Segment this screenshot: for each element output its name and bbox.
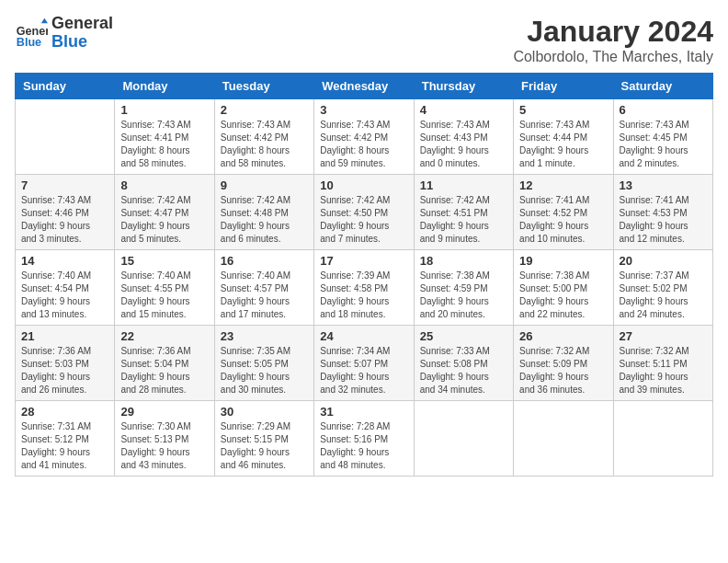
- day-info: Sunrise: 7:38 AM Sunset: 4:59 PM Dayligh…: [420, 270, 507, 321]
- day-info: Sunrise: 7:36 AM Sunset: 5:04 PM Dayligh…: [120, 345, 208, 396]
- col-header-wednesday: Wednesday: [314, 74, 414, 99]
- col-header-friday: Friday: [514, 74, 613, 99]
- col-header-thursday: Thursday: [414, 74, 513, 99]
- calendar-cell: 13Sunrise: 7:41 AM Sunset: 4:53 PM Dayli…: [613, 175, 712, 250]
- day-number: 24: [320, 329, 407, 343]
- day-number: 28: [21, 405, 108, 419]
- day-number: 29: [120, 405, 208, 419]
- svg-text:Blue: Blue: [17, 36, 41, 49]
- calendar-cell: [414, 401, 513, 477]
- calendar-cell: 22Sunrise: 7:36 AM Sunset: 5:04 PM Dayli…: [115, 326, 214, 401]
- day-info: Sunrise: 7:43 AM Sunset: 4:42 PM Dayligh…: [320, 119, 407, 170]
- month-title: January 2024: [513, 15, 713, 49]
- day-number: 18: [420, 254, 507, 268]
- day-number: 15: [120, 254, 208, 268]
- svg-marker-2: [41, 18, 48, 23]
- calendar-cell: [16, 99, 115, 175]
- day-info: Sunrise: 7:43 AM Sunset: 4:45 PM Dayligh…: [620, 119, 707, 170]
- day-number: 31: [320, 405, 407, 419]
- day-info: Sunrise: 7:39 AM Sunset: 4:58 PM Dayligh…: [320, 270, 407, 321]
- day-info: Sunrise: 7:42 AM Sunset: 4:48 PM Dayligh…: [221, 194, 308, 246]
- calendar-cell: 15Sunrise: 7:40 AM Sunset: 4:55 PM Dayli…: [115, 250, 214, 326]
- day-info: Sunrise: 7:28 AM Sunset: 5:16 PM Dayligh…: [320, 420, 407, 472]
- calendar-cell: 12Sunrise: 7:41 AM Sunset: 4:52 PM Dayli…: [514, 175, 613, 250]
- week-row-2: 7Sunrise: 7:43 AM Sunset: 4:46 PM Daylig…: [16, 175, 713, 250]
- logo: General Blue General Blue: [15, 15, 113, 52]
- location-title: Colbordolo, The Marches, Italy: [513, 49, 713, 65]
- calendar-cell: 28Sunrise: 7:31 AM Sunset: 5:12 PM Dayli…: [16, 401, 115, 477]
- col-header-tuesday: Tuesday: [214, 74, 313, 99]
- day-info: Sunrise: 7:42 AM Sunset: 4:47 PM Dayligh…: [120, 194, 208, 246]
- day-info: Sunrise: 7:43 AM Sunset: 4:41 PM Dayligh…: [120, 119, 208, 170]
- calendar-cell: 30Sunrise: 7:29 AM Sunset: 5:15 PM Dayli…: [214, 401, 313, 477]
- calendar-cell: 16Sunrise: 7:40 AM Sunset: 4:57 PM Dayli…: [214, 250, 313, 326]
- day-number: 22: [120, 329, 208, 343]
- calendar-cell: 19Sunrise: 7:38 AM Sunset: 5:00 PM Dayli…: [514, 250, 613, 326]
- calendar-cell: 18Sunrise: 7:38 AM Sunset: 4:59 PM Dayli…: [414, 250, 513, 326]
- day-number: 30: [221, 405, 308, 419]
- day-info: Sunrise: 7:43 AM Sunset: 4:42 PM Dayligh…: [221, 119, 308, 170]
- day-info: Sunrise: 7:40 AM Sunset: 4:57 PM Dayligh…: [221, 270, 308, 321]
- day-info: Sunrise: 7:29 AM Sunset: 5:15 PM Dayligh…: [221, 420, 308, 472]
- day-number: 6: [620, 103, 707, 117]
- day-info: Sunrise: 7:43 AM Sunset: 4:43 PM Dayligh…: [420, 119, 507, 170]
- calendar-cell: 1Sunrise: 7:43 AM Sunset: 4:41 PM Daylig…: [115, 99, 214, 175]
- day-info: Sunrise: 7:43 AM Sunset: 4:46 PM Dayligh…: [21, 194, 108, 246]
- day-number: 14: [21, 254, 108, 268]
- col-header-saturday: Saturday: [613, 74, 712, 99]
- day-number: 27: [620, 329, 707, 343]
- day-info: Sunrise: 7:32 AM Sunset: 5:11 PM Dayligh…: [620, 345, 707, 396]
- calendar-cell: 8Sunrise: 7:42 AM Sunset: 4:47 PM Daylig…: [115, 175, 214, 250]
- day-info: Sunrise: 7:37 AM Sunset: 5:02 PM Dayligh…: [620, 270, 707, 321]
- calendar-cell: 26Sunrise: 7:32 AM Sunset: 5:09 PM Dayli…: [514, 326, 613, 401]
- calendar-header-row: SundayMondayTuesdayWednesdayThursdayFrid…: [16, 74, 713, 99]
- calendar-cell: 21Sunrise: 7:36 AM Sunset: 5:03 PM Dayli…: [16, 326, 115, 401]
- week-row-3: 14Sunrise: 7:40 AM Sunset: 4:54 PM Dayli…: [16, 250, 713, 326]
- calendar-cell: 25Sunrise: 7:33 AM Sunset: 5:08 PM Dayli…: [414, 326, 513, 401]
- calendar-cell: 3Sunrise: 7:43 AM Sunset: 4:42 PM Daylig…: [314, 99, 414, 175]
- day-number: 25: [420, 329, 507, 343]
- day-number: 3: [320, 103, 407, 117]
- day-number: 17: [320, 254, 407, 268]
- title-block: January 2024 Colbordolo, The Marches, It…: [513, 15, 713, 65]
- col-header-sunday: Sunday: [16, 74, 115, 99]
- day-info: Sunrise: 7:41 AM Sunset: 4:53 PM Dayligh…: [620, 194, 707, 246]
- week-row-1: 1Sunrise: 7:43 AM Sunset: 4:41 PM Daylig…: [16, 99, 713, 175]
- logo-icon: General Blue: [15, 17, 48, 50]
- day-info: Sunrise: 7:38 AM Sunset: 5:00 PM Dayligh…: [519, 270, 607, 321]
- day-info: Sunrise: 7:34 AM Sunset: 5:07 PM Dayligh…: [320, 345, 407, 396]
- day-number: 12: [519, 178, 607, 192]
- calendar-cell: 31Sunrise: 7:28 AM Sunset: 5:16 PM Dayli…: [314, 401, 414, 477]
- calendar-cell: 2Sunrise: 7:43 AM Sunset: 4:42 PM Daylig…: [214, 99, 313, 175]
- day-number: 10: [320, 178, 407, 192]
- calendar-table: SundayMondayTuesdayWednesdayThursdayFrid…: [15, 73, 713, 477]
- day-number: 4: [420, 103, 507, 117]
- calendar-cell: 27Sunrise: 7:32 AM Sunset: 5:11 PM Dayli…: [613, 326, 712, 401]
- logo-general: General: [51, 15, 113, 33]
- day-info: Sunrise: 7:31 AM Sunset: 5:12 PM Dayligh…: [21, 420, 108, 472]
- col-header-monday: Monday: [115, 74, 214, 99]
- calendar-cell: 9Sunrise: 7:42 AM Sunset: 4:48 PM Daylig…: [214, 175, 313, 250]
- calendar-cell: 23Sunrise: 7:35 AM Sunset: 5:05 PM Dayli…: [214, 326, 313, 401]
- day-info: Sunrise: 7:36 AM Sunset: 5:03 PM Dayligh…: [21, 345, 108, 396]
- day-info: Sunrise: 7:33 AM Sunset: 5:08 PM Dayligh…: [420, 345, 507, 396]
- day-number: 26: [519, 329, 607, 343]
- day-number: 5: [519, 103, 607, 117]
- page-header: General Blue General Blue January 2024 C…: [15, 15, 713, 65]
- calendar-cell: 20Sunrise: 7:37 AM Sunset: 5:02 PM Dayli…: [613, 250, 712, 326]
- day-info: Sunrise: 7:32 AM Sunset: 5:09 PM Dayligh…: [519, 345, 607, 396]
- day-info: Sunrise: 7:40 AM Sunset: 4:55 PM Dayligh…: [120, 270, 208, 321]
- day-info: Sunrise: 7:30 AM Sunset: 5:13 PM Dayligh…: [120, 420, 208, 472]
- calendar-cell: 14Sunrise: 7:40 AM Sunset: 4:54 PM Dayli…: [16, 250, 115, 326]
- calendar-cell: 5Sunrise: 7:43 AM Sunset: 4:44 PM Daylig…: [514, 99, 613, 175]
- day-number: 2: [221, 103, 308, 117]
- calendar-cell: 7Sunrise: 7:43 AM Sunset: 4:46 PM Daylig…: [16, 175, 115, 250]
- week-row-4: 21Sunrise: 7:36 AM Sunset: 5:03 PM Dayli…: [16, 326, 713, 401]
- calendar-cell: 10Sunrise: 7:42 AM Sunset: 4:50 PM Dayli…: [314, 175, 414, 250]
- day-number: 7: [21, 178, 108, 192]
- calendar-cell: 6Sunrise: 7:43 AM Sunset: 4:45 PM Daylig…: [613, 99, 712, 175]
- day-number: 11: [420, 178, 507, 192]
- calendar-cell: 11Sunrise: 7:42 AM Sunset: 4:51 PM Dayli…: [414, 175, 513, 250]
- day-number: 20: [620, 254, 707, 268]
- day-info: Sunrise: 7:42 AM Sunset: 4:51 PM Dayligh…: [420, 194, 507, 246]
